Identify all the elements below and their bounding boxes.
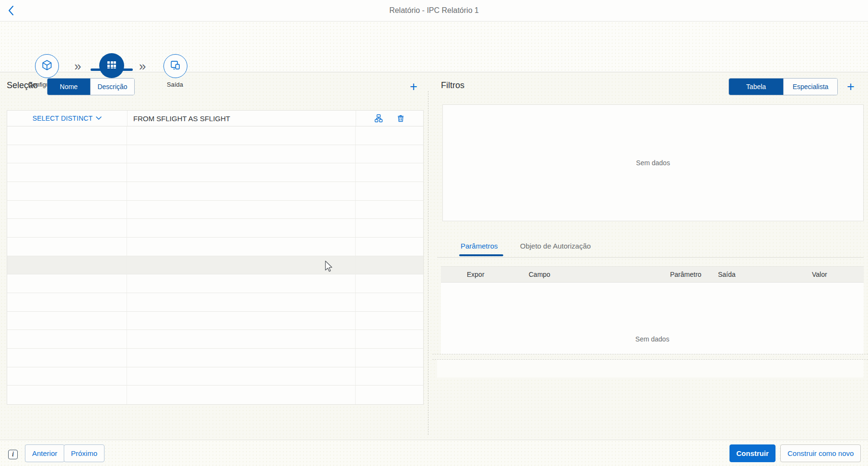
column-header: Expor: [467, 267, 485, 282]
step-configuracao[interactable]: [35, 54, 59, 78]
table-cell: [356, 293, 423, 311]
table-row[interactable]: [7, 274, 423, 293]
previous-button[interactable]: Anterior: [25, 444, 65, 462]
hierarchy-icon[interactable]: [374, 114, 383, 123]
table-cell: [7, 386, 127, 404]
table-cell: [7, 163, 127, 182]
table-cell: [356, 201, 423, 219]
trash-icon[interactable]: [396, 114, 405, 123]
chevron-right-separator-icon: »: [74, 60, 81, 72]
table-cell: [127, 293, 356, 311]
selection-table-actions: [356, 111, 423, 126]
table-row[interactable]: [7, 126, 423, 145]
table-cell: [356, 349, 423, 367]
table-cell: [127, 182, 356, 200]
table-cell: [7, 182, 127, 200]
table-cell: [7, 238, 127, 256]
table-row[interactable]: [7, 163, 423, 182]
table-cell: [356, 145, 423, 163]
select-distinct-dropdown[interactable]: SELECT DISTINCT: [33, 114, 93, 122]
table-cell: [356, 274, 423, 293]
filters-empty-text: Sem dados: [636, 159, 670, 167]
next-button[interactable]: Próximo: [64, 444, 104, 462]
table-cell: [127, 312, 356, 330]
step-label-saida: Saída: [167, 81, 183, 88]
table-cell: [7, 349, 127, 367]
table-cell: [356, 386, 423, 404]
table-cell: [127, 349, 356, 367]
table-row[interactable]: [7, 145, 423, 164]
filters-bottom-pane: [437, 360, 864, 377]
toggle-tabela[interactable]: Tabela: [729, 79, 783, 95]
table-row[interactable]: [7, 293, 423, 312]
table-cell: [356, 256, 423, 274]
table-cell: [7, 201, 127, 219]
tabbar-separator: [437, 257, 864, 258]
filters-mode-toggle: Tabela Especialista: [729, 78, 838, 95]
table-cell: [127, 219, 356, 237]
selection-title: Seleção: [7, 80, 38, 91]
table-row[interactable]: [7, 367, 423, 386]
active-step-underline: [91, 68, 133, 71]
column-header: Campo: [529, 267, 550, 282]
add-selection-button[interactable]: +: [407, 80, 420, 94]
table-cell: [356, 126, 423, 145]
table-row[interactable]: [7, 386, 423, 404]
panel-splitter-horizontal[interactable]: [432, 354, 868, 360]
table-row[interactable]: [7, 349, 423, 367]
table-cell: [127, 330, 356, 348]
table-row[interactable]: [7, 256, 423, 275]
table-cell: [127, 201, 356, 219]
top-bar: Relatório - IPC Relatório 1: [0, 0, 868, 22]
table-cell: [356, 367, 423, 386]
table-cell: [7, 219, 127, 237]
table-cell: [7, 312, 127, 330]
build-as-new-button[interactable]: Construir como novo: [780, 444, 861, 462]
screens-icon: [169, 59, 182, 73]
table-cell: [7, 330, 127, 348]
selection-table: SELECT DISTINCT FROM SFLIGHT AS SFLIGHT: [7, 110, 424, 405]
table-cell: [127, 145, 356, 163]
step-saida[interactable]: [163, 54, 187, 78]
toggle-especialista[interactable]: Especialista: [783, 79, 837, 95]
table-row[interactable]: [7, 330, 423, 349]
table-cell: [356, 182, 423, 200]
selection-view-toggle: Nome Descrição: [47, 78, 135, 95]
tab-objeto-de-autorizacao[interactable]: Objeto de Autorização: [520, 242, 591, 250]
table-cell: [7, 293, 127, 311]
table-row[interactable]: [7, 238, 423, 256]
table-cell: [127, 367, 356, 386]
column-header: Valor: [812, 267, 827, 282]
filters-empty-area: Sem dados: [442, 104, 864, 221]
table-row[interactable]: [7, 182, 423, 201]
table-cell: [127, 386, 356, 404]
filters-title: Filtros: [441, 80, 464, 91]
toggle-descricao[interactable]: Descrição: [90, 79, 134, 95]
panel-splitter-vertical[interactable]: [425, 91, 432, 435]
table-cell: [356, 238, 423, 256]
table-cell: [127, 126, 356, 145]
table-row[interactable]: [7, 312, 423, 330]
table-cell: [7, 367, 127, 386]
build-button[interactable]: Construir: [729, 444, 775, 462]
step-dados[interactable]: [99, 53, 124, 78]
add-filter-button[interactable]: +: [844, 80, 857, 94]
info-icon[interactable]: i: [8, 450, 18, 459]
table-cell: [127, 163, 356, 182]
chevron-down-icon[interactable]: [96, 116, 102, 120]
table-row[interactable]: [7, 201, 423, 219]
tab-parametros[interactable]: Parâmetros: [461, 242, 498, 250]
table-cell: [7, 126, 127, 145]
toggle-nome[interactable]: Nome: [47, 79, 90, 95]
params-empty-text: Sem dados: [441, 335, 864, 343]
params-table-body: Sem dados: [441, 283, 864, 354]
table-row[interactable]: [7, 219, 423, 238]
cube-icon: [41, 59, 53, 73]
chevron-right-separator-icon: »: [139, 60, 146, 72]
table-cell: [7, 274, 127, 293]
table-cell: [127, 238, 356, 256]
params-table-header: Expor Campo Parâmetro Saída Valor: [441, 266, 864, 283]
selection-table-header: SELECT DISTINCT FROM SFLIGHT AS SFLIGHT: [7, 111, 423, 126]
active-tab-underline: [459, 254, 503, 256]
page-title: Relatório - IPC Relatório 1: [0, 0, 868, 21]
